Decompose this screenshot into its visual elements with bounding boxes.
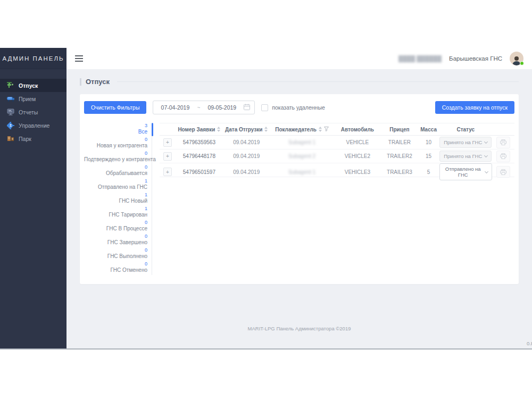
menu-toggle-icon[interactable] [75,54,83,63]
table-row: + 54796448178 09.04.2019 Subagent 2 VEHI… [160,149,514,163]
show-deleted-checkbox[interactable] [261,104,268,111]
status-label: Новая у контрагента [84,142,147,149]
table-row: + 54796501597 09.04.2019 Subagent 1 VEHI… [160,163,514,177]
print-button[interactable] [496,166,510,178]
filter-funnel-icon[interactable] [324,127,329,132]
status-count: 1 [84,192,147,197]
vehicle: VEHICLE [334,139,381,145]
status-label: ГНС Выполнено [84,253,147,260]
page-title-row: Отпуск [80,78,519,86]
admin-panel-app: АДМИН ПАНЕЛЬ Отпуск Прием Отчеты [0,48,532,350]
sort-icon[interactable] [217,127,220,132]
requests-table: Номер Заявки Дата Отгрузки Поклажедатель [160,123,514,275]
show-deleted-label: показать удаленные [272,104,325,111]
sidebar-item-intake[interactable]: Прием [0,92,66,105]
status-filter-item[interactable]: 0 Обрабатывается [84,164,147,177]
ship-date: 09.04.2019 [223,169,270,175]
table-header-row: Номер Заявки Дата Отгрузки Поклажедатель [160,123,514,136]
column-header-trailer: Прицеп [381,127,418,132]
request-number: 54796359563 [176,139,223,145]
column-header-ship-date: Дата Отгрузки [223,127,270,132]
trailer: TRAILER [381,139,418,145]
show-deleted-checkbox-wrap[interactable]: показать удаленные [261,104,325,111]
status-filter-all[interactable]: 3 Все [84,123,147,135]
date-to-value[interactable]: 09-05-2019 [204,104,239,111]
sidebar-menu: Отпуск Прием Отчеты Управление [0,79,66,145]
expand-row-button[interactable]: + [163,138,172,147]
status-count: 0 [84,261,147,267]
create-dispense-request-button[interactable]: Создать заявку на отпуск [435,101,514,114]
sidebar-item-dispense[interactable]: Отпуск [0,79,66,92]
status-count: 1 [84,178,147,184]
status-select[interactable]: Принято на ГНС [439,151,492,162]
calendar-icon [244,103,250,112]
status-filter-item[interactable]: 0 Новая у контрагента [84,137,147,149]
footer-copyright: MARIT-LPG Панель Администратора ©2019 [80,326,519,331]
sidebar-item-reports[interactable]: Отчеты [0,105,66,119]
print-button[interactable] [496,137,510,148]
chevron-down-icon [484,140,488,144]
status-label: ГНС Отменено [84,267,147,273]
tank-truck-icon [6,95,15,103]
status-filter-item[interactable]: 1 ГНС Тарирован [84,206,147,218]
sidebar: АДМИН ПАНЕЛЬ Отпуск Прием Отчеты [0,48,66,348]
status-label: ГНС Завершено [84,239,147,246]
date-from-value[interactable]: 07-04-2019 [157,104,193,111]
sort-icon[interactable] [264,127,268,132]
column-header-consignor: Поклажедатель [270,127,334,132]
column-header-status: Статус [439,127,492,132]
content: Отпуск Очистить Фильтры 07-04-2019 ~ 09-… [66,69,532,348]
status-select[interactable]: Принято на ГНС [439,137,492,148]
column-header-vehicle: Автомобиль [334,127,381,132]
mass: 10 [418,139,439,145]
consignor-redacted: Subagent 2 [270,153,334,159]
clear-filters-button[interactable]: Очистить Фильтры [84,101,146,114]
user-name-redacted: ████ ██████ [398,55,442,62]
dispense-card: Очистить Фильтры 07-04-2019 ~ 09-05-2019… [80,94,519,284]
status-label: ГНС Новый [84,197,147,204]
sidebar-item-label: Парк [19,136,31,142]
sidebar-item-management[interactable]: Управление [0,119,66,132]
vehicle: VEHICLE2 [334,153,381,159]
sidebar-item-label: Отпуск [19,82,38,89]
column-header-mass: Масса [418,127,439,132]
column-header-request-number: Номер Заявки [176,127,223,132]
app-version: 0.8.0.7 [527,340,532,346]
expand-row-button[interactable]: + [163,152,172,161]
status-count: 0 [84,151,147,156]
date-range-picker[interactable]: 07-04-2019 ~ 09-05-2019 [153,101,255,114]
status-filter-item[interactable]: 0 Подтверждено у контрагента [84,151,147,163]
avatar[interactable] [510,52,523,65]
sidebar-item-label: Отчеты [19,109,38,115]
monitor-report-icon [6,108,15,116]
status-filter-item[interactable]: 0 ГНС Выполнено [84,247,147,260]
status-filter-item[interactable]: 0 ГНС В Процессе [84,220,147,232]
page-title: Отпуск [86,78,110,86]
status-filter-item[interactable]: 1 Отправлено на ГНС [84,178,147,190]
vehicle: VEHICLE3 [334,169,381,175]
trailer: TRAILER3 [381,169,418,175]
sidebar-item-label: Прием [19,96,36,102]
status-count: 0 [84,164,147,170]
sidebar-item-fleet[interactable]: Парк [0,132,66,145]
consignor-redacted: Subagent 1 [270,139,334,145]
status-label: Все [84,128,147,135]
sort-icon[interactable] [319,127,322,132]
filter-toolbar: Очистить Фильтры 07-04-2019 ~ 09-05-2019… [84,101,514,114]
faucet-icon [6,81,15,89]
status-filter-item[interactable]: 0 ГНС Завершено [84,234,147,246]
status-filter-item[interactable]: 0 ГНС Отменено [84,261,147,273]
status-filter-item[interactable]: 1 ГНС Новый [84,192,147,204]
station-name: Барышевская ГНС [449,55,502,62]
date-range-separator: ~ [197,105,200,111]
sidebar-item-label: Управление [19,122,49,129]
print-button[interactable] [496,151,510,162]
status-label: ГНС В Процессе [84,225,147,232]
consignor-redacted: Subagent 1 [270,169,334,175]
expand-row-button[interactable]: + [163,168,172,176]
fleet-truck-icon [6,135,15,143]
status-select[interactable]: Отправлено на ГНС [439,163,492,180]
status-count: 0 [84,137,147,142]
table-row: + 54796359563 09.04.2019 Subagent 1 VEHI… [160,136,514,149]
title-divider [117,81,519,82]
